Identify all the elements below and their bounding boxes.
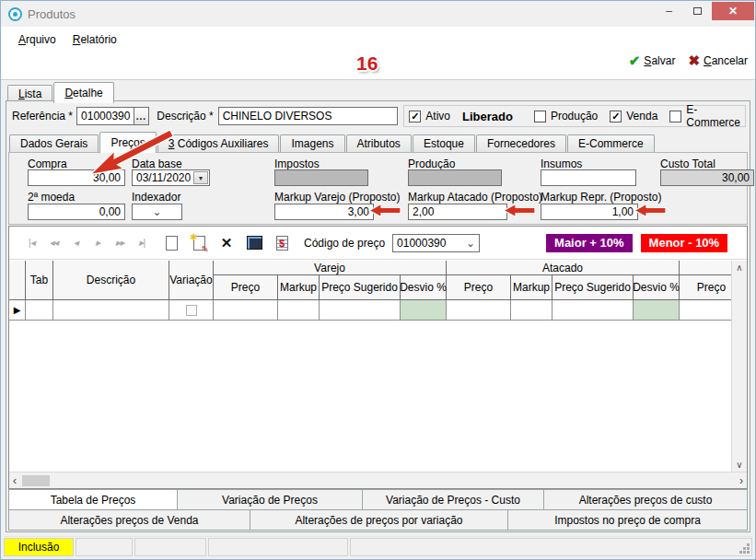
browse-button[interactable]: ... bbox=[134, 107, 150, 125]
ativo-label: Ativo bbox=[425, 110, 450, 122]
tab-alteracoes-precos-de-venda[interactable]: Alterações preços de Venda bbox=[8, 509, 250, 531]
referencia-label: Referência * bbox=[12, 110, 73, 122]
nav-first-icon[interactable]: |◂ bbox=[20, 237, 42, 249]
cell-variacao[interactable] bbox=[169, 300, 214, 321]
database-value: 03/11/2020 bbox=[136, 171, 191, 184]
col-header-atacado-desvio[interactable]: Desvio % bbox=[634, 275, 680, 300]
dropdown-arrow-icon[interactable]: ▼ bbox=[193, 171, 208, 184]
cell-varejo-preco[interactable] bbox=[214, 300, 278, 321]
col-header-atacado-preco[interactable]: Preço bbox=[447, 275, 511, 300]
markup-varejo-input[interactable]: 3,00 bbox=[274, 204, 374, 220]
markup-atacado-input[interactable]: 2,00 bbox=[408, 204, 507, 220]
tab-variacao-de-precos[interactable]: Variação de Preços bbox=[177, 489, 363, 510]
tab-ecommerce[interactable]: E-Commerce bbox=[567, 134, 655, 152]
scroll-right-icon[interactable]: › bbox=[739, 474, 743, 487]
ativo-checkbox[interactable]: ✓ bbox=[409, 111, 421, 122]
tab-imagens[interactable]: Imagens bbox=[280, 134, 344, 152]
insumos-input[interactable] bbox=[541, 169, 636, 186]
menor-10-button[interactable]: Menor - 10% bbox=[641, 234, 728, 252]
col-header-varejo-markup[interactable]: Markup bbox=[278, 275, 320, 300]
col-header-extra-preco[interactable]: Preço bbox=[680, 275, 731, 300]
nav-prev-icon[interactable]: ◂ bbox=[64, 237, 87, 249]
col-header-varejo-desvio[interactable]: Desvio % bbox=[401, 275, 447, 300]
producao-input bbox=[408, 169, 502, 186]
tab-variacao-de-precos-custo[interactable]: Variação de Preços - Custo bbox=[362, 489, 544, 510]
indexador-combo[interactable]: ⌄ bbox=[132, 204, 182, 220]
ecommerce-checkbox[interactable] bbox=[669, 111, 681, 122]
cancel-button[interactable]: ✖ Cancelar bbox=[688, 52, 748, 69]
delete-record-icon[interactable]: ✕ bbox=[217, 234, 236, 252]
cell-descricao[interactable] bbox=[53, 300, 169, 321]
col-header-variacao[interactable]: Variação bbox=[169, 261, 214, 300]
nav-last-icon[interactable]: ▸| bbox=[131, 237, 153, 249]
codigo-preco-value: 01000390 bbox=[397, 237, 446, 250]
tab-label: Dados Gerais bbox=[20, 137, 87, 150]
nav-next-icon[interactable]: ▸ bbox=[87, 237, 109, 249]
arrow-annotation-markup-atacado bbox=[503, 203, 536, 218]
cell-varejo-desvio[interactable] bbox=[401, 300, 447, 321]
col-header-atacado-markup[interactable]: Markup bbox=[511, 275, 552, 300]
resize-grip[interactable] bbox=[747, 551, 750, 554]
cell-atacado-preco[interactable] bbox=[447, 300, 511, 321]
col-header-tab[interactable]: Tab bbox=[26, 261, 53, 300]
tab-label: Imagens bbox=[291, 137, 333, 150]
tab-label: Fornecedores bbox=[487, 137, 555, 150]
tab-alteracoes-precos-de-custo[interactable]: Alterações preços de custo bbox=[543, 489, 748, 510]
scroll-left-icon[interactable]: ‹ bbox=[13, 474, 17, 487]
col-header-atacado-preco-sugerido[interactable]: Preço Sugerido bbox=[552, 275, 634, 300]
descricao-input[interactable]: CHINELO DIVERSOS bbox=[218, 107, 399, 125]
codigo-preco-combo[interactable]: 01000390 ⌄ bbox=[392, 234, 480, 252]
menu-relatorio[interactable]: Relatório bbox=[64, 30, 125, 49]
minimize-icon: – bbox=[666, 5, 672, 18]
bottom-tab-strip: Tabela de Preços Variação de Preços Vari… bbox=[8, 490, 748, 531]
scrollbar-thumb[interactable] bbox=[22, 475, 50, 486]
nav-fast-next-icon[interactable]: ▸▸ bbox=[109, 237, 131, 249]
grid-row-1[interactable]: ▶ bbox=[9, 300, 731, 321]
variacao-checkbox[interactable] bbox=[186, 305, 197, 316]
price-list-icon[interactable]: $ bbox=[273, 234, 291, 252]
col-header-varejo-preco-sugerido[interactable]: Preço Sugerido bbox=[320, 275, 401, 300]
cell-varejo-markup[interactable] bbox=[278, 300, 320, 321]
database-combo[interactable]: 03/11/2020 ▼ bbox=[132, 169, 210, 186]
minimize-button[interactable]: – bbox=[655, 2, 683, 20]
cell-atacado-preco-sugerido[interactable] bbox=[552, 300, 634, 321]
tab-tabela-de-precos[interactable]: Tabela de Preços bbox=[8, 489, 178, 510]
ecommerce-label: E-Commerce bbox=[686, 103, 740, 129]
cell-atacado-markup[interactable] bbox=[511, 300, 552, 321]
tab-atributos[interactable]: Atributos bbox=[346, 134, 412, 152]
tab-estoque[interactable]: Estoque bbox=[413, 134, 475, 152]
nav-fast-prev-icon[interactable]: ◂◂ bbox=[42, 237, 64, 249]
scroll-down-icon[interactable]: ∨ bbox=[736, 460, 742, 470]
cell-atacado-desvio[interactable] bbox=[634, 300, 680, 321]
tab-dados-gerais[interactable]: Dados Gerais bbox=[9, 134, 99, 152]
moeda-label: 2ª moeda bbox=[28, 191, 75, 204]
save-button[interactable]: ✔ Salvar bbox=[629, 52, 676, 69]
horizontal-scrollbar[interactable]: ‹ › bbox=[9, 472, 747, 488]
col-header-varejo-preco[interactable]: Preço bbox=[214, 275, 278, 300]
new-record-icon[interactable] bbox=[162, 234, 180, 252]
markup-repr-input[interactable]: 1,00 bbox=[541, 204, 638, 220]
tab-fornecedores[interactable]: Fornecedores bbox=[476, 134, 566, 152]
close-button[interactable]: ✕ bbox=[712, 2, 754, 20]
venda-checkbox[interactable]: ✓ bbox=[610, 111, 622, 122]
producao-checkbox[interactable] bbox=[534, 111, 546, 122]
insumos-label: Insumos bbox=[541, 158, 582, 170]
maximize-button[interactable] bbox=[683, 2, 712, 20]
menu-arquivo[interactable]: Arquivo bbox=[10, 30, 64, 49]
indexador-label: Indexador bbox=[132, 191, 180, 204]
vertical-scrollbar[interactable]: ∧ ∨ bbox=[731, 261, 747, 472]
tab-alteracoes-precos-por-variacao[interactable]: Alterações de preços por variação bbox=[250, 509, 508, 531]
tab-impostos-no-preco-de-compra[interactable]: Impostos no preço de compra bbox=[507, 509, 748, 531]
scroll-up-icon[interactable]: ∧ bbox=[736, 262, 742, 273]
tab-detalhe[interactable]: Detalhe bbox=[53, 82, 113, 103]
cell-varejo-preco-sugerido[interactable] bbox=[320, 300, 401, 321]
cell-extra-preco[interactable] bbox=[680, 300, 731, 321]
recalculate-icon[interactable] bbox=[245, 234, 263, 252]
col-header-descricao[interactable]: Descrição bbox=[53, 261, 169, 300]
cell-tab[interactable] bbox=[26, 300, 53, 321]
moeda-input[interactable]: 0,00 bbox=[28, 204, 125, 220]
insert-record-icon[interactable]: ✱ ✎ bbox=[190, 234, 208, 252]
maior-10-button[interactable]: Maior + 10% bbox=[546, 234, 633, 252]
referencia-input[interactable]: 01000390 bbox=[76, 107, 134, 125]
price-grid[interactable]: Tab Descrição Variação Varejo Preço Mark… bbox=[9, 261, 731, 472]
